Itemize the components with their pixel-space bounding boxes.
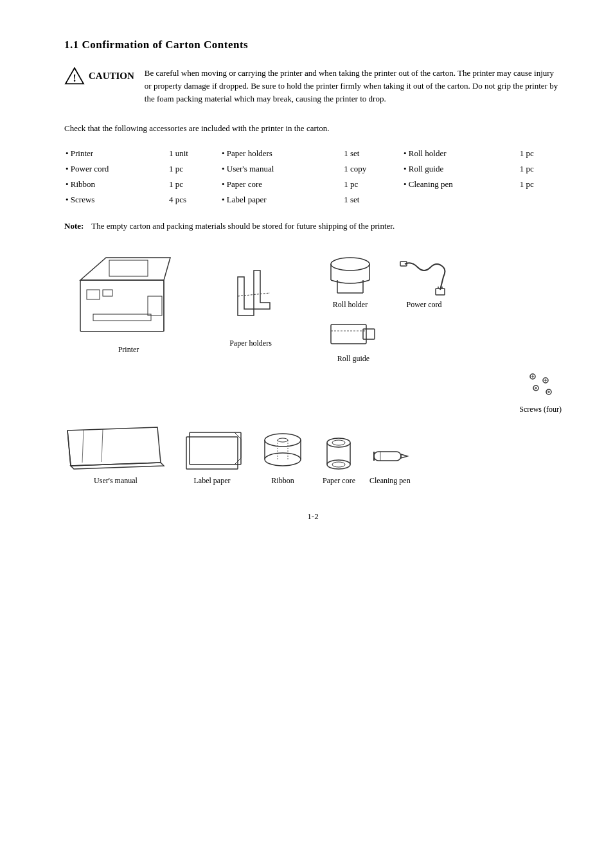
label-paper-item: Label paper [180,421,244,486]
svg-rect-5 [93,314,151,321]
acc-bullet: • Ribbon [66,177,168,191]
page-content: 1.1 Confirmation of Carton Contents ! CA… [64,39,562,522]
acc-bullet: • User's manual [222,162,342,176]
printer-label: Printer [118,345,139,355]
note-label: Note: [64,220,84,233]
caution-box: ! CAUTION Be careful when moving or carr… [64,67,562,105]
acc-qty: 1 pc [169,177,220,191]
roll-holder-label: Roll holder [333,300,368,310]
svg-line-39 [82,430,84,463]
screws-illustration [523,369,558,401]
acc-qty: 1 unit [169,146,220,161]
paper-holders-item: Paper holders [193,264,308,348]
note-text: The empty carton and packing materials s… [91,220,395,233]
paper-holders-illustration [218,264,283,335]
roll-holder-illustration [321,251,379,296]
svg-line-40 [102,429,103,462]
ribbon-label: Ribbon [271,476,294,486]
acc-bullet: • Label paper [222,193,342,207]
acc-bullet: • Printer [66,146,168,161]
svg-rect-56 [374,452,401,461]
svg-point-43 [265,434,301,447]
accessories-table: • Printer 1 unit • Paper holders 1 set •… [64,145,562,208]
power-cord-illustration [398,258,450,296]
acc-qty: 1 copy [344,162,402,176]
paper-core-item: Paper core [321,434,357,486]
illustrations: Printer Paper holders [64,251,562,486]
svg-rect-9 [148,296,162,315]
acc-bullet: • Cleaning pen [404,177,519,191]
illustrations-top-row: Printer Paper holders [64,251,562,414]
acc-bullet [404,193,519,207]
users-manual-item: User's manual [64,421,167,486]
svg-rect-6 [87,290,100,299]
svg-point-11 [331,258,369,270]
screws-label: Screws (four) [519,405,562,414]
acc-bullet: • Paper holders [222,146,342,161]
paper-holders-label: Paper holders [229,339,272,348]
acc-qty [520,193,560,207]
svg-rect-21 [331,324,366,344]
acc-bullet: • Roll guide [404,162,519,176]
svg-line-38 [67,430,71,466]
svg-rect-22 [363,329,375,339]
acc-qty: 1 pc [520,177,560,191]
caution-icon: ! CAUTION [64,67,134,85]
roll-guide-illustration [328,315,379,350]
acc-qty: 1 pc [520,162,560,176]
svg-point-54 [327,460,350,469]
svg-marker-37 [71,463,164,469]
svg-point-51 [332,440,345,445]
table-row: • Ribbon 1 pc • Paper core 1 pc • Cleani… [66,177,560,191]
acc-qty: 4 pcs [169,193,220,207]
users-manual-illustration [64,421,167,472]
caution-label: CAUTION [89,71,134,82]
svg-point-46 [265,453,301,466]
acc-qty: 1 set [344,146,402,161]
svg-marker-3 [80,258,170,280]
roll-holder-item: Roll holder [321,251,379,310]
paper-core-label: Paper core [323,476,355,486]
svg-rect-2 [80,280,164,332]
table-row: • Printer 1 unit • Paper holders 1 set •… [66,146,560,161]
table-row: • Power cord 1 pc • User's manual 1 copy… [66,162,560,176]
table-row: • Screws 4 pcs • Label paper 1 set [66,193,560,207]
svg-rect-4 [109,260,148,276]
svg-point-50 [327,438,350,447]
power-cord-label: Power cord [407,300,442,310]
roll-guide-item: Roll guide [328,315,379,364]
caution-text: Be careful when moving or carrying the p… [145,67,562,105]
label-paper-illustration [180,421,244,472]
ribbon-illustration [257,427,308,472]
page-number: 1-2 [64,511,562,522]
svg-point-47 [278,438,288,442]
ribbon-item: Ribbon [257,427,308,486]
users-manual-label: User's manual [94,476,138,486]
right-accessories: Roll holder Power c [321,251,562,414]
acc-qty: 1 pc [344,177,402,191]
screws-item: Screws (four) [519,369,562,414]
section-title: 1.1 Confirmation of Carton Contents [64,39,562,51]
svg-point-55 [332,462,345,467]
roll-guide-label: Roll guide [337,354,369,364]
acc-bullet: • Screws [66,193,168,207]
illustrations-bottom-row: User's manual Label paper [64,421,562,486]
paper-core-illustration [321,434,357,472]
note-section: Note: The empty carton and packing mater… [64,220,562,233]
top-right-pair: Roll holder Power c [321,251,450,310]
acc-bullet: • Roll holder [404,146,519,161]
printer-illustration [74,251,183,341]
power-cord-item: Power cord [398,258,450,310]
acc-bullet: • Paper core [222,177,342,191]
printer-item: Printer [64,251,193,355]
check-line: Check that the following accessories are… [64,123,562,134]
acc-qty: 1 pc [169,162,220,176]
acc-qty: 1 pc [520,146,560,161]
svg-rect-7 [103,290,112,296]
cleaning-pen-item: Cleaning pen [369,440,411,486]
svg-text:!: ! [73,73,76,84]
label-paper-label: Label paper [194,476,231,486]
acc-bullet: • Power cord [66,162,168,176]
svg-marker-36 [67,427,161,466]
acc-qty: 1 set [344,193,402,207]
